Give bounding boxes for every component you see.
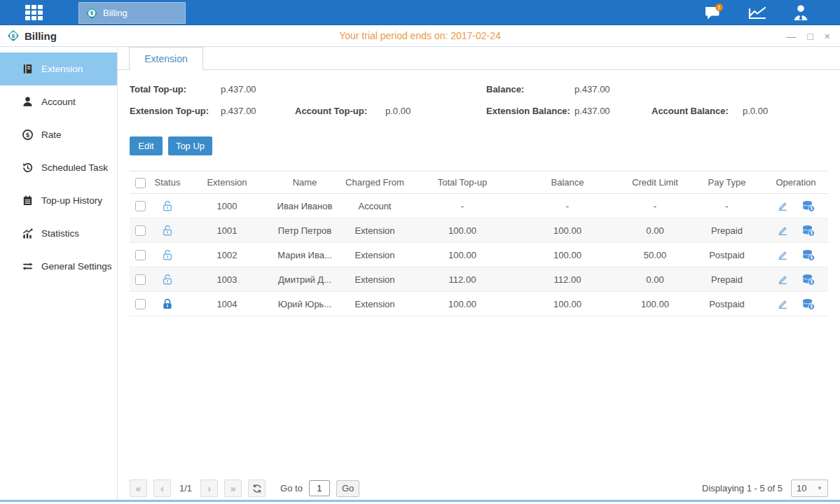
col-credit-limit: Credit Limit xyxy=(620,172,690,194)
cell-pay-type: - xyxy=(690,194,764,218)
cell-credit-limit: 0.00 xyxy=(620,267,690,292)
status-unlocked-icon[interactable] xyxy=(161,248,174,261)
cell-credit-limit: 100.00 xyxy=(620,292,690,316)
notepad-icon xyxy=(21,195,34,207)
summary-row-2: Extension Top-up: p.437.00 Account Top-u… xyxy=(118,106,840,118)
status-locked-icon[interactable] xyxy=(161,298,174,310)
goto-page-input[interactable] xyxy=(309,480,330,496)
cell-pay-type: Prepaid xyxy=(690,218,764,243)
sidebar-item-topup-history[interactable]: Top-up History xyxy=(0,184,117,217)
edit-pencil-icon[interactable] xyxy=(776,200,789,212)
prev-page-button[interactable]: ‹ xyxy=(153,479,171,497)
page-size-dropdown[interactable]: 10 ▼ xyxy=(791,479,828,497)
sidebar-item-label: Statistics xyxy=(41,228,79,239)
status-unlocked-icon[interactable] xyxy=(161,224,174,237)
sidebar-item-general-settings[interactable]: General Settings xyxy=(0,250,117,283)
extension-topup-value: p.437.00 xyxy=(221,106,256,116)
topup-coins-icon[interactable]: $ xyxy=(801,224,815,237)
tab-extension[interactable]: Extension xyxy=(129,47,203,71)
taskbar-tab-billing[interactable]: $ Billing xyxy=(78,2,186,24)
row-checkbox[interactable] xyxy=(135,225,146,236)
content-area: Extension Total Top-up: p.437.00 Balance… xyxy=(118,47,840,502)
cell-extension: 1004 xyxy=(184,292,270,316)
cell-total-topup: 100.00 xyxy=(410,292,515,316)
sidebar-item-statistics[interactable]: Statistics xyxy=(0,217,117,250)
goto-label: Go to xyxy=(280,483,303,493)
account-topup-value: p.0.00 xyxy=(385,106,411,116)
sidebar-item-label: Rate xyxy=(41,130,62,140)
account-topup-label: Account Top-up: xyxy=(295,106,367,116)
first-page-button[interactable]: « xyxy=(130,479,147,497)
minimize-icon[interactable]: — xyxy=(786,31,796,41)
status-unlocked-icon[interactable] xyxy=(161,273,174,286)
cell-extension: 1002 xyxy=(184,243,270,267)
app-launcher-icon[interactable] xyxy=(25,5,48,21)
chevron-down-icon: ▼ xyxy=(817,485,822,491)
row-checkbox[interactable] xyxy=(135,250,146,260)
history-clock-icon xyxy=(21,162,34,174)
row-checkbox[interactable] xyxy=(135,299,146,309)
window-title: Billing xyxy=(25,30,57,42)
cell-credit-limit: 50.00 xyxy=(620,243,690,267)
sidebar-item-label: General Settings xyxy=(41,261,112,272)
col-balance: Balance xyxy=(515,172,620,194)
ledger-icon xyxy=(21,63,34,76)
cell-balance: 100.00 xyxy=(515,218,620,243)
row-checkbox[interactable] xyxy=(135,274,146,285)
sliders-icon xyxy=(21,260,34,273)
edit-pencil-icon[interactable] xyxy=(776,224,789,237)
row-checkbox[interactable] xyxy=(135,201,146,211)
cell-charged-from: Account xyxy=(340,194,410,218)
sidebar: Extension Account $ Rate Scheduled Task … xyxy=(0,47,118,502)
trial-notice: Your trial period ends on: 2017-02-24 xyxy=(0,30,840,41)
cell-pay-type: Postpaid xyxy=(690,292,764,316)
svg-text:$: $ xyxy=(810,206,813,211)
cell-pay-type: Postpaid xyxy=(690,243,764,267)
cell-pay-type: Prepaid xyxy=(690,267,764,292)
account-balance-label: Account Balance: xyxy=(652,106,729,116)
close-icon[interactable]: × xyxy=(825,31,830,41)
summary-row-1: Total Top-up: p.437.00 Balance: p.437.00 xyxy=(118,84,840,97)
sidebar-item-account[interactable]: Account xyxy=(0,85,117,118)
billing-window-icon: $ xyxy=(7,29,20,42)
last-page-button[interactable]: » xyxy=(224,479,242,497)
cell-extension: 1000 xyxy=(184,194,270,218)
edit-pencil-icon[interactable] xyxy=(776,273,789,286)
cell-credit-limit: - xyxy=(620,194,690,218)
topup-coins-icon[interactable]: $ xyxy=(801,273,815,286)
cell-balance: - xyxy=(515,194,620,218)
status-unlocked-icon[interactable] xyxy=(161,200,174,212)
sidebar-item-extension[interactable]: Extension xyxy=(0,52,117,85)
col-name: Name xyxy=(270,172,340,194)
cell-total-topup: 100.00 xyxy=(410,243,515,267)
svg-text:$: $ xyxy=(26,132,29,139)
cell-balance: 100.00 xyxy=(515,243,620,267)
cell-name: Дмитрий Д... xyxy=(270,267,340,292)
cell-balance: 112.00 xyxy=(515,267,620,292)
messages-icon[interactable]: ! xyxy=(704,4,724,22)
col-charged-from: Charged From xyxy=(340,172,410,194)
select-all-checkbox[interactable] xyxy=(135,178,146,188)
balance-label: Balance: xyxy=(486,84,524,94)
maximize-icon[interactable]: □ xyxy=(807,31,813,41)
page-indicator: 1/1 xyxy=(177,483,194,493)
statistics-chart-icon[interactable] xyxy=(748,4,767,22)
topup-coins-icon[interactable]: $ xyxy=(801,200,815,212)
refresh-button[interactable] xyxy=(248,479,266,497)
go-button[interactable]: Go xyxy=(336,480,359,497)
edit-pencil-icon[interactable] xyxy=(776,248,789,261)
next-page-button[interactable]: › xyxy=(200,479,218,497)
sidebar-item-scheduled-task[interactable]: Scheduled Task xyxy=(0,151,117,184)
edit-button[interactable]: Edit xyxy=(130,136,163,155)
sidebar-item-label: Extension xyxy=(41,64,83,74)
edit-pencil-icon[interactable] xyxy=(776,298,789,310)
user-account-icon[interactable] xyxy=(791,4,811,22)
topup-coins-icon[interactable]: $ xyxy=(801,298,815,310)
total-topup-label: Total Top-up: xyxy=(130,84,186,94)
cell-total-topup: 100.00 xyxy=(410,218,515,243)
extension-balance-label: Extension Balance: xyxy=(486,106,570,116)
cell-name: Мария Ива... xyxy=(270,243,340,267)
topup-coins-icon[interactable]: $ xyxy=(801,248,815,261)
top-up-button[interactable]: Top Up xyxy=(168,136,212,155)
sidebar-item-rate[interactable]: $ Rate xyxy=(0,118,117,151)
